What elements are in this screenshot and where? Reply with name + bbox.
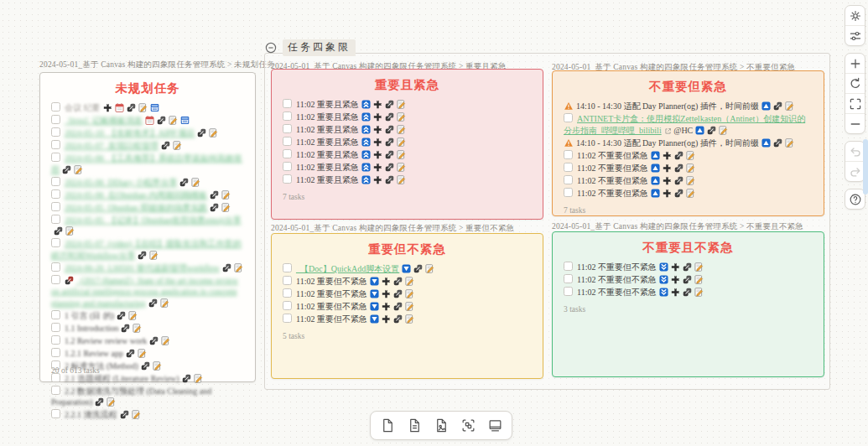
edit-icon[interactable]: [405, 314, 414, 324]
edit-icon[interactable]: [425, 264, 434, 273]
task-checkbox[interactable]: [51, 348, 60, 357]
task-checkbox[interactable]: [283, 263, 292, 272]
task-checkbox[interactable]: [564, 287, 573, 296]
task-checkbox[interactable]: [51, 323, 60, 332]
task-link[interactable]: 2024-05-06_DDiary 小程序分享: [65, 178, 177, 187]
edit-icon[interactable]: [221, 190, 231, 200]
edit-icon[interactable]: [694, 275, 704, 284]
redo-button[interactable]: [845, 161, 865, 181]
task-checkbox[interactable]: [283, 174, 292, 184]
edit-icon[interactable]: [138, 103, 148, 112]
settings-button[interactable]: [845, 6, 865, 25]
task-link[interactable]: 2024-05-10_【生财有术】AIPP 项目: [65, 128, 195, 137]
fit-view-button[interactable]: [845, 93, 865, 113]
edit-icon[interactable]: [74, 165, 83, 174]
task-checkbox[interactable]: [51, 140, 60, 149]
edit-icon[interactable]: [209, 128, 218, 137]
task-link[interactable]: _[trou]_记账模板消息: [65, 116, 143, 125]
edit-icon[interactable]: [397, 163, 406, 172]
create-group-button[interactable]: [457, 415, 479, 437]
task-checkbox[interactable]: [283, 112, 292, 121]
task-checkbox[interactable]: [283, 124, 292, 133]
edit-icon[interactable]: [160, 298, 169, 308]
quadrant-notimportant-noturgent[interactable]: 不重要且不紧急 11:02 不重要但不紧急11:02 不重要但不紧急11:02 …: [552, 231, 824, 377]
edit-icon[interactable]: [234, 263, 243, 272]
task-checkbox[interactable]: [51, 177, 60, 186]
reset-view-button[interactable]: [845, 73, 865, 93]
collapse-group-icon[interactable]: [265, 42, 277, 54]
edit-icon[interactable]: [686, 151, 695, 160]
edit-icon[interactable]: [397, 150, 406, 159]
task-checkbox[interactable]: [283, 288, 292, 298]
edit-icon[interactable]: [694, 262, 704, 272]
task-checkbox[interactable]: [283, 149, 292, 158]
note-from-vault-button[interactable]: [403, 415, 425, 437]
task-checkbox[interactable]: [564, 262, 573, 271]
task-link[interactable]: _(2017-HametZ)_State of the art income r…: [51, 276, 238, 308]
group-title[interactable]: 任务四象限: [283, 39, 356, 56]
task-checkbox[interactable]: [564, 150, 573, 159]
task-link[interactable]: 2024-05-07_发现日程管理: [65, 141, 159, 150]
task-checkbox[interactable]: [51, 310, 60, 319]
edit-icon[interactable]: [397, 175, 406, 184]
task-checkbox[interactable]: [564, 188, 573, 197]
edit-icon[interactable]: [107, 397, 116, 407]
task-checkbox[interactable]: [564, 113, 573, 122]
edit-icon[interactable]: [133, 324, 142, 333]
edit-icon[interactable]: [397, 137, 406, 147]
zoom-out-button[interactable]: [845, 113, 865, 133]
task-checkbox[interactable]: [51, 127, 60, 137]
task-checkbox[interactable]: [51, 102, 60, 112]
task-checkbox[interactable]: [283, 137, 292, 146]
task-checkbox[interactable]: [283, 314, 292, 323]
edit-icon[interactable]: [694, 288, 704, 297]
task-checkbox[interactable]: [51, 153, 60, 162]
edit-icon[interactable]: [397, 125, 406, 134]
edit-icon[interactable]: [132, 410, 141, 419]
edit-icon[interactable]: [169, 116, 178, 125]
edit-icon[interactable]: [686, 176, 695, 185]
edit-icon[interactable]: [191, 178, 200, 187]
task-link[interactable]: 2024-05-06_在Obsidian 内周期回顾模板: [65, 190, 207, 200]
edit-icon[interactable]: [405, 277, 414, 286]
task-checkbox[interactable]: [51, 238, 60, 247]
task-checkbox[interactable]: [283, 276, 292, 285]
edit-icon[interactable]: [65, 226, 75, 236]
edit-icon[interactable]: [686, 163, 695, 173]
scrollbar-thumb[interactable]: [863, 139, 868, 194]
task-link[interactable]: 2024-06-26_LS0501 替代追剧管理workflow: [65, 263, 220, 272]
task-checkbox[interactable]: [564, 175, 573, 184]
edit-icon[interactable]: [128, 311, 138, 320]
edit-icon[interactable]: [149, 251, 159, 260]
edit-icon[interactable]: [785, 101, 794, 111]
web-page-button[interactable]: [484, 415, 506, 437]
edit-icon[interactable]: [138, 349, 147, 358]
edit-icon[interactable]: [686, 189, 695, 198]
task-checkbox[interactable]: [51, 335, 60, 345]
task-link[interactable]: _【Doc】QuickAdd脚本设置: [296, 264, 399, 273]
unplanned-card[interactable]: 未规划任务 会议 纪要_[trou]_记账模板消息2024-05-10_【生财有…: [39, 72, 256, 382]
quadrant-important-noturgent[interactable]: 重要但不紧急 _【Doc】QuickAdd脚本设置11:02 重要但不紧急11:…: [271, 233, 543, 379]
edit-icon[interactable]: [397, 100, 406, 109]
edit-icon[interactable]: [405, 289, 414, 298]
edit-icon[interactable]: [161, 336, 170, 345]
task-link[interactable]: 2024-05-05_Obsidian 双链接的场景实践: [65, 203, 207, 212]
edit-icon[interactable]: [397, 112, 406, 122]
task-link[interactable]: 2024-05-05_【记录】Obsidian使用场景emoji分享: [65, 215, 242, 225]
task-checkbox[interactable]: [564, 163, 573, 172]
edit-icon[interactable]: [405, 302, 414, 311]
edit-icon[interactable]: [194, 374, 203, 383]
help-button[interactable]: [845, 189, 865, 209]
edit-icon[interactable]: [173, 141, 182, 150]
task-checkbox[interactable]: [51, 215, 60, 224]
canvas[interactable]: 2024-05-01_基于 Canvas 构建的四象限任务管理系统 > 未规划任…: [0, 0, 868, 446]
edit-icon[interactable]: [221, 203, 231, 212]
media-from-vault-button[interactable]: [430, 415, 452, 437]
task-checkbox[interactable]: [51, 202, 60, 211]
task-checkbox[interactable]: [564, 274, 573, 283]
undo-button[interactable]: [845, 142, 865, 161]
edit-icon[interactable]: [719, 126, 728, 135]
task-checkbox[interactable]: [51, 115, 60, 124]
edit-icon[interactable]: [785, 138, 794, 148]
task-checkbox[interactable]: [51, 189, 60, 199]
